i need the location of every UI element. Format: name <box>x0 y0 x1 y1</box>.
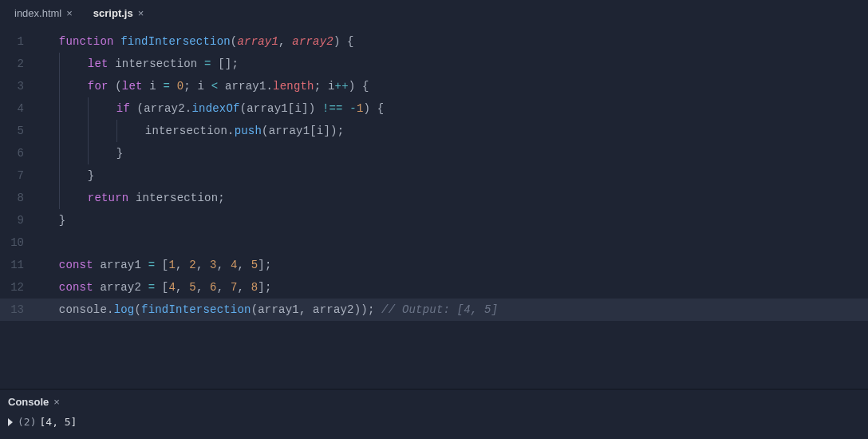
line-number: 7 <box>0 164 38 187</box>
code-line[interactable]: 10 <box>0 231 868 254</box>
code-line[interactable]: 9 } <box>0 209 868 231</box>
code-line[interactable]: 7 } <box>0 164 868 187</box>
line-number: 6 <box>0 142 38 164</box>
line-number: 10 <box>0 231 38 254</box>
console-title: Console <box>8 396 49 408</box>
line-number: 1 <box>0 30 38 53</box>
tab-label: index.html <box>14 7 61 19</box>
tab-label: script.js <box>93 7 133 19</box>
line-number: 8 <box>0 187 38 209</box>
line-number: 5 <box>0 120 38 142</box>
console-output: [4, 5] <box>39 416 77 428</box>
line-number: 13 <box>0 299 38 321</box>
code-line[interactable]: 13 console.log(findIntersection(array1, … <box>0 299 868 321</box>
console-panel: Console × (2) [4, 5] <box>0 389 868 439</box>
code-line[interactable]: 3 for (let i = 0; i < array1.length; i++… <box>0 75 868 97</box>
code-line[interactable]: 2 let intersection = []; <box>0 53 868 75</box>
code-editor[interactable]: 1 function findIntersection(array1, arra… <box>0 26 868 389</box>
tab-index-html[interactable]: index.html × <box>6 4 81 22</box>
close-icon[interactable]: × <box>138 7 144 19</box>
close-icon[interactable]: × <box>53 396 60 408</box>
line-number: 4 <box>0 97 38 120</box>
tab-bar: index.html × script.js × <box>0 0 868 26</box>
code-line[interactable]: 5 intersection.push(array1[i]); <box>0 120 868 142</box>
code-line[interactable]: 4 if (array2.indexOf(array1[i]) !== -1) … <box>0 97 868 120</box>
code-line[interactable]: 12 const array2 = [4, 5, 6, 7, 8]; <box>0 276 868 299</box>
line-number: 9 <box>0 209 38 231</box>
tab-script-js[interactable]: script.js × <box>85 4 152 22</box>
code-line[interactable]: 1 function findIntersection(array1, arra… <box>0 30 868 53</box>
console-output-line[interactable]: (2) [4, 5] <box>8 416 860 428</box>
close-icon[interactable]: × <box>66 7 73 19</box>
code-line[interactable]: 6 } <box>0 142 868 164</box>
code-line[interactable]: 11 const array1 = [1, 2, 3, 4, 5]; <box>0 254 868 276</box>
chevron-right-icon[interactable] <box>8 418 13 426</box>
console-array-count: (2) <box>18 416 36 428</box>
line-number: 12 <box>0 276 38 299</box>
line-number: 2 <box>0 53 38 75</box>
code-line[interactable]: 8 return intersection; <box>0 187 868 209</box>
line-number: 3 <box>0 75 38 97</box>
line-number: 11 <box>0 254 38 276</box>
console-header: Console × <box>8 396 860 408</box>
